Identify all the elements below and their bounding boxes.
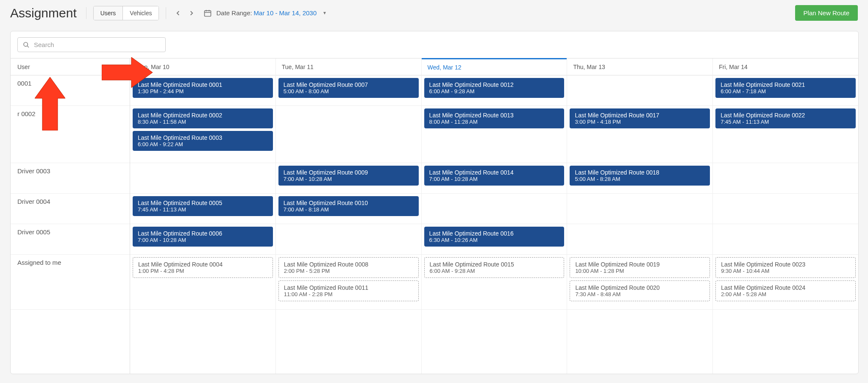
schedule-cell — [276, 224, 421, 255]
route-title: Last Mile Optimized Route 0017 — [575, 112, 705, 119]
day-column: Mon, Mar 10Last Mile Optimized Route 000… — [130, 58, 276, 374]
route-card[interactable]: Last Mile Optimized Route 00028:30 AM - … — [133, 108, 273, 128]
route-time: 5:00 AM - 8:00 AM — [284, 88, 414, 94]
route-title: Last Mile Optimized Route 0023 — [721, 261, 850, 268]
route-time: 8:30 AM - 11:58 AM — [138, 119, 268, 125]
schedule-cell — [713, 194, 858, 224]
route-card[interactable]: Last Mile Optimized Route 00173:00 PM - … — [570, 108, 710, 128]
route-title: Last Mile Optimized Route 0014 — [429, 169, 559, 176]
schedule-cell — [567, 224, 712, 255]
route-card[interactable]: Last Mile Optimized Route 00082:00 PM - … — [278, 257, 419, 278]
days-columns: Mon, Mar 10Last Mile Optimized Route 000… — [130, 58, 858, 374]
user-row[interactable]: Driver 0003 — [11, 163, 130, 194]
route-card[interactable]: Last Mile Optimized Route 00242:00 AM - … — [715, 280, 856, 301]
route-card[interactable]: Last Mile Optimized Route 00097:00 AM - … — [278, 166, 419, 186]
route-time: 6:30 AM - 10:26 AM — [429, 237, 559, 243]
route-card[interactable]: Last Mile Optimized Route 00075:00 AM - … — [278, 78, 419, 98]
day-column: Thu, Mar 13Last Mile Optimized Route 001… — [567, 58, 713, 374]
route-card[interactable]: Last Mile Optimized Route 001910:00 AM -… — [570, 257, 710, 278]
route-title: Last Mile Optimized Route 0022 — [721, 112, 851, 119]
user-row[interactable]: Driver 0005 — [11, 224, 130, 255]
route-title: Last Mile Optimized Route 0021 — [721, 81, 851, 88]
user-row[interactable]: r 0002 — [11, 106, 130, 163]
schedule-cell: Last Mile Optimized Route 00028:30 AM - … — [130, 106, 275, 163]
prev-week-button[interactable] — [173, 8, 183, 18]
route-card[interactable]: Last Mile Optimized Route 00107:00 AM - … — [278, 196, 419, 216]
schedule-cell: Last Mile Optimized Route 00097:00 AM - … — [276, 163, 421, 194]
date-range-value: Mar 10 - Mar 14, 2030 — [254, 9, 317, 17]
route-title: Last Mile Optimized Route 0013 — [429, 112, 559, 119]
schedule-cell — [713, 224, 858, 255]
schedule-cell: Last Mile Optimized Route 00075:00 AM - … — [276, 75, 421, 106]
schedule-cell: Last Mile Optimized Route 00216:00 AM - … — [713, 75, 858, 106]
route-card[interactable]: Last Mile Optimized Route 00166:30 AM - … — [424, 227, 565, 247]
route-title: Last Mile Optimized Route 0005 — [138, 200, 268, 206]
route-title: Last Mile Optimized Route 0010 — [284, 200, 414, 206]
schedule-cell: Last Mile Optimized Route 00057:45 AM - … — [130, 194, 275, 224]
search-icon — [23, 42, 30, 48]
toggle-users[interactable]: Users — [94, 6, 123, 20]
route-time: 1:00 PM - 4:28 PM — [138, 268, 267, 274]
route-time: 7:45 AM - 11:13 AM — [721, 119, 851, 125]
day-column: Tue, Mar 11Last Mile Optimized Route 000… — [276, 58, 422, 374]
schedule-cell: Last Mile Optimized Route 00138:00 AM - … — [422, 106, 567, 163]
route-card[interactable]: Last Mile Optimized Route 00185:00 AM - … — [570, 166, 710, 186]
route-time: 5:00 AM - 8:28 AM — [575, 176, 705, 182]
day-header[interactable]: Tue, Mar 11 — [276, 58, 421, 75]
schedule-cell — [713, 163, 858, 194]
toggle-vehicles[interactable]: Vehicles — [122, 6, 159, 20]
schedule-cell — [130, 163, 275, 194]
day-header[interactable]: Fri, Mar 14 — [713, 58, 858, 75]
svg-rect-0 — [205, 11, 211, 16]
day-column: Fri, Mar 14Last Mile Optimized Route 002… — [713, 58, 858, 374]
route-title: Last Mile Optimized Route 0007 — [284, 81, 414, 88]
day-header[interactable]: Wed, Mar 12 — [422, 58, 567, 75]
svg-point-4 — [24, 42, 28, 46]
schedule-cell: Last Mile Optimized Route 00147:00 AM - … — [422, 163, 567, 194]
schedule-cell: Last Mile Optimized Route 001910:00 AM -… — [567, 255, 712, 310]
route-time: 2:00 PM - 5:28 PM — [284, 268, 413, 274]
schedule-grid: User 0001 r 0002Driver 0003Driver 0004Dr… — [11, 58, 858, 374]
route-title: Last Mile Optimized Route 0001 — [138, 81, 268, 88]
route-time: 10:00 AM - 1:28 PM — [575, 268, 704, 274]
svg-line-5 — [27, 46, 29, 47]
next-week-button[interactable] — [186, 8, 197, 18]
schedule-cell — [567, 75, 712, 106]
user-column: User 0001 r 0002Driver 0003Driver 0004Dr… — [11, 58, 130, 374]
route-card[interactable]: Last Mile Optimized Route 00216:00 AM - … — [715, 78, 856, 98]
user-row[interactable]: Driver 0004 — [11, 194, 130, 224]
route-time: 7:45 AM - 11:13 AM — [138, 206, 268, 213]
route-card[interactable]: Last Mile Optimized Route 00227:45 AM - … — [715, 108, 856, 128]
route-card[interactable]: Last Mile Optimized Route 001111:00 AM -… — [278, 280, 419, 301]
schedule-cell: Last Mile Optimized Route 00239:30 AM - … — [713, 255, 858, 310]
separator — [86, 7, 86, 19]
route-title: Last Mile Optimized Route 0006 — [138, 230, 268, 237]
route-card[interactable]: Last Mile Optimized Route 00057:45 AM - … — [133, 196, 273, 216]
plan-new-route-button[interactable]: Plan New Route — [795, 5, 858, 21]
search-input[interactable] — [34, 41, 160, 48]
route-time: 3:00 PM - 4:18 PM — [575, 119, 705, 125]
route-card[interactable]: Last Mile Optimized Route 00041:00 PM - … — [133, 257, 273, 278]
search-box[interactable] — [17, 37, 166, 52]
annotation-arrow-up — [35, 77, 65, 130]
route-card[interactable]: Last Mile Optimized Route 00126:00 AM - … — [424, 78, 565, 98]
route-card[interactable]: Last Mile Optimized Route 00147:00 AM - … — [424, 166, 565, 186]
route-card[interactable]: Last Mile Optimized Route 00036:00 AM - … — [133, 131, 273, 151]
route-card[interactable]: Last Mile Optimized Route 00011:30 PM - … — [133, 78, 273, 98]
route-time: 7:00 AM - 10:28 AM — [138, 237, 268, 243]
user-row[interactable]: Assigned to me — [11, 255, 130, 310]
route-card[interactable]: Last Mile Optimized Route 00067:00 AM - … — [133, 227, 273, 247]
route-card[interactable]: Last Mile Optimized Route 00156:00 AM - … — [424, 257, 565, 278]
route-time: 6:00 AM - 7:18 AM — [721, 88, 851, 94]
route-card[interactable]: Last Mile Optimized Route 00138:00 AM - … — [424, 108, 565, 128]
day-header[interactable]: Thu, Mar 13 — [567, 58, 712, 75]
schedule-cell — [276, 106, 421, 163]
route-card[interactable]: Last Mile Optimized Route 00207:30 AM - … — [570, 280, 710, 301]
date-range-picker[interactable]: Date Range: Mar 10 - Mar 14, 2030 ▼ — [203, 9, 326, 17]
route-card[interactable]: Last Mile Optimized Route 00239:30 AM - … — [715, 257, 856, 278]
route-time: 9:30 AM - 10:44 AM — [721, 268, 850, 274]
route-time: 6:00 AM - 9:22 AM — [138, 141, 268, 147]
route-title: Last Mile Optimized Route 0019 — [575, 261, 704, 268]
route-title: Last Mile Optimized Route 0012 — [429, 81, 559, 88]
schedule-cell — [422, 194, 567, 224]
